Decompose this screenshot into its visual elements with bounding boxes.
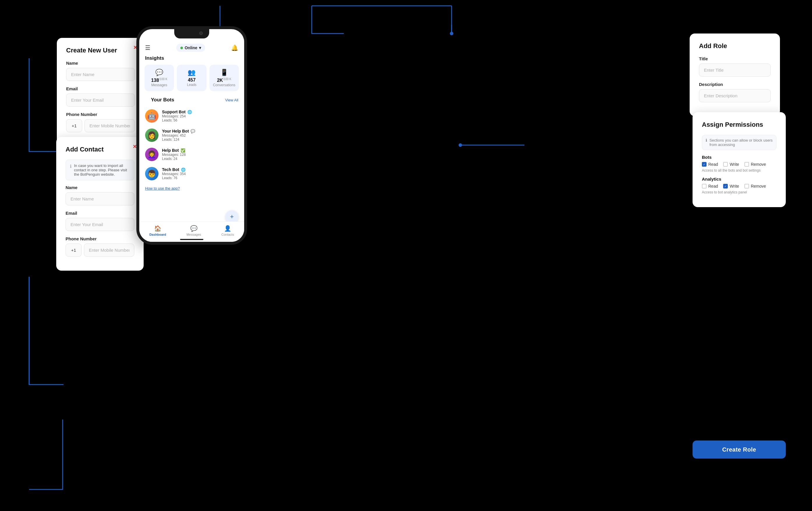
- analytics-write-label: Write: [729, 184, 739, 189]
- analytics-write-checkbox[interactable]: ✓: [723, 184, 728, 189]
- bots-read-checkbox[interactable]: ✓: [702, 162, 706, 167]
- messages-value: 138/100 K: [148, 78, 170, 83]
- home-icon: 🏠: [154, 225, 162, 232]
- contacts-icon: 👤: [224, 225, 231, 232]
- contact-name-input[interactable]: [65, 192, 134, 205]
- support-bot-info: Support Bot 🌐 Messages: 254Leads: 56: [162, 110, 238, 122]
- home-indicator: [180, 239, 203, 240]
- messages-icon: 💬: [148, 69, 170, 76]
- email-input[interactable]: [66, 93, 135, 107]
- contacts-label: Contacts: [222, 233, 234, 236]
- nav-messages[interactable]: 💬 Messages: [186, 225, 201, 236]
- messages-nav-label: Messages: [186, 233, 201, 236]
- bots-write-checkbox[interactable]: [723, 162, 728, 167]
- phone-notch: [174, 29, 209, 38]
- analytics-remove-label: Remove: [751, 184, 766, 189]
- bell-icon[interactable]: 🔔: [231, 44, 238, 51]
- role-title-input[interactable]: [699, 63, 771, 77]
- analytics-read-check[interactable]: Read: [702, 184, 718, 189]
- email-label: Email: [66, 86, 135, 91]
- helpbot-avatar: 👩: [145, 129, 158, 142]
- phone-input[interactable]: [85, 119, 135, 132]
- hamburger-icon[interactable]: ☰: [145, 44, 150, 51]
- add-contact-title: Add Contact: [65, 146, 134, 153]
- conversations-icon: 📱: [213, 69, 235, 76]
- permissions-hint: ℹ Sections you can allow or block users …: [702, 135, 777, 150]
- status-badge[interactable]: Online ▾: [176, 44, 205, 52]
- bots-write-check[interactable]: Write: [723, 162, 739, 167]
- phone-row: +1: [66, 119, 135, 132]
- role-description-label: Description: [699, 82, 771, 87]
- helpbot-stats: Messages: 452Leads: 124: [162, 134, 238, 142]
- bots-perm-desc: Access to all the bots and bot settings: [702, 168, 777, 172]
- role-description-field-group: Description: [699, 82, 771, 102]
- bot-item-helpbot2: 👩‍🦱 Help Bot ✅ Messages: 128Leads: 24: [139, 145, 244, 164]
- helpbot2-info: Help Bot ✅ Messages: 128Leads: 24: [162, 148, 238, 161]
- analytics-checkboxes: Read ✓ Write Remove: [702, 184, 777, 189]
- view-all-link[interactable]: View All: [225, 98, 238, 102]
- contact-email-field-group: Email: [65, 210, 134, 231]
- nav-dashboard[interactable]: 🏠 Dashboard: [149, 225, 166, 236]
- bot-item-support: 🤖 Support Bot 🌐 Messages: 254Leads: 56: [139, 106, 244, 125]
- leads-icon: 👥: [180, 69, 203, 76]
- helpbot2-name: Help Bot ✅: [162, 148, 238, 153]
- contact-phone-code: +1: [65, 244, 82, 257]
- phone-code: +1: [66, 119, 82, 132]
- helpbot2-avatar: 👩‍🦱: [145, 148, 158, 161]
- role-title-label: Title: [699, 56, 771, 61]
- hint-text: Sections you can allow or block users fr…: [709, 138, 773, 147]
- messages-label: Messages: [148, 83, 170, 87]
- contact-email-label: Email: [65, 210, 134, 216]
- name-label: Name: [66, 61, 135, 65]
- contact-phone-field-group: Phone Number +1: [65, 236, 134, 257]
- analytics-perm-title: Analytics: [702, 176, 777, 181]
- bots-remove-checkbox[interactable]: [745, 162, 749, 167]
- insights-title: Insights: [139, 55, 244, 61]
- create-role-button[interactable]: Create Role: [693, 441, 786, 459]
- bots-perm-title: Bots: [702, 155, 777, 160]
- email-field-group: Email: [66, 86, 135, 107]
- your-bots-title: Your Bots: [145, 97, 180, 103]
- analytics-remove-check[interactable]: Remove: [745, 184, 766, 189]
- analytics-write-check[interactable]: ✓ Write: [723, 184, 739, 189]
- bots-write-label: Write: [729, 162, 739, 167]
- helpbot-name: Your Help Bot 💬: [162, 129, 238, 134]
- insights-row: 💬 138/100 K Messages 👥 457 Leads 📱 2K/10…: [139, 65, 244, 91]
- bots-remove-label: Remove: [751, 162, 766, 167]
- bots-remove-check[interactable]: Remove: [745, 162, 766, 167]
- verified-icon: ✅: [181, 148, 185, 153]
- info-icon: ℹ: [70, 164, 72, 169]
- contact-email-input[interactable]: [65, 218, 134, 231]
- phone-content: ☰ Online ▾ 🔔 Insights 💬 138/100 K Messag…: [139, 38, 244, 242]
- add-role-card: Add Role Title Description: [690, 33, 780, 116]
- support-bot-name: Support Bot 🌐: [162, 110, 238, 114]
- leads-insight: 👥 457 Leads: [177, 65, 206, 91]
- analytics-remove-checkbox[interactable]: [745, 184, 749, 189]
- conversations-value: 2K/100 K: [213, 78, 235, 83]
- globe2-icon: 🌐: [181, 168, 185, 172]
- techbot-info: Tech Bot 🌐 Messages: 354Leads: 76: [162, 167, 238, 180]
- name-field-group: Name: [66, 61, 135, 81]
- contact-phone-label: Phone Number: [65, 236, 134, 241]
- analytics-perm-desc: Access to bot analytics panel: [702, 190, 777, 194]
- chevron-down-icon: ▾: [199, 46, 201, 50]
- name-input[interactable]: [66, 68, 135, 81]
- role-description-input[interactable]: [699, 89, 771, 102]
- bots-read-label: Read: [708, 162, 718, 167]
- dashboard-label: Dashboard: [149, 233, 166, 236]
- analytics-read-checkbox[interactable]: [702, 184, 706, 189]
- bots-read-check[interactable]: ✓ Read: [702, 162, 718, 167]
- bots-checkboxes: ✓ Read Write Remove: [702, 162, 777, 167]
- leads-label: Leads: [180, 83, 203, 87]
- techbot-avatar: 👦: [145, 167, 158, 180]
- techbot-stats: Messages: 354Leads: 76: [162, 172, 238, 180]
- phone-mockup: ☰ Online ▾ 🔔 Insights 💬 138/100 K Messag…: [136, 26, 247, 245]
- support-bot-stats: Messages: 254Leads: 56: [162, 114, 238, 122]
- techbot-name: Tech Bot 🌐: [162, 167, 238, 172]
- role-title-field-group: Title: [699, 56, 771, 77]
- how-to-link[interactable]: How to use the app?: [139, 183, 244, 191]
- assign-permissions-card: Assign Permissions ℹ Sections you can al…: [693, 112, 786, 207]
- nav-contacts[interactable]: 👤 Contacts: [222, 225, 234, 236]
- messages-insight: 💬 138/100 K Messages: [145, 65, 174, 91]
- contact-phone-input[interactable]: [84, 244, 134, 257]
